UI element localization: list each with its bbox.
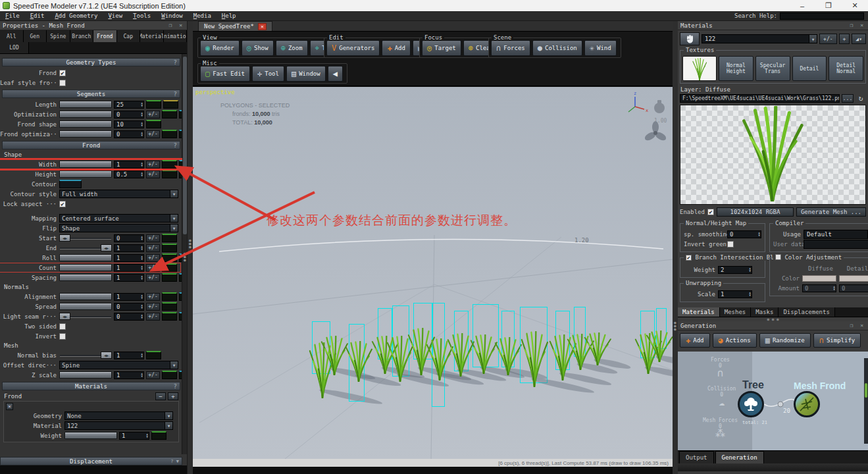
- spinner-icons[interactable]: ▲▼: [141, 112, 143, 117]
- curve-thumbnail[interactable]: [162, 160, 177, 169]
- tree-node[interactable]: [738, 391, 764, 417]
- variance-button[interactable]: +/-: [146, 161, 160, 169]
- count-input[interactable]: 1▲▼: [114, 264, 144, 272]
- frond-shape-input[interactable]: 10▲▼: [114, 120, 144, 128]
- curve-thumbnail[interactable]: [162, 244, 177, 252]
- menu-help[interactable]: Help: [217, 13, 242, 19]
- invert-checkbox[interactable]: [59, 333, 66, 340]
- count-slider[interactable]: [59, 264, 112, 271]
- forces-button[interactable]: ∩Forces: [491, 40, 530, 56]
- detail-color-swatch[interactable]: [839, 275, 868, 282]
- curve-thumbnail[interactable]: [162, 234, 177, 242]
- tool-button[interactable]: ✛Tool: [252, 66, 284, 82]
- weight-input[interactable]: 1▲▼: [119, 432, 149, 440]
- tab-close-icon[interactable]: ✕: [258, 23, 267, 30]
- bib-weight-input[interactable]: 2▲▼: [718, 266, 752, 274]
- spinner-icons[interactable]: ▲▼: [141, 255, 143, 261]
- spinner-icons[interactable]: ▲▼: [141, 236, 143, 241]
- diffuse-color-swatch[interactable]: [802, 275, 836, 282]
- curve-thumbnail[interactable]: [163, 100, 178, 109]
- texture-diffuse-thumbnail[interactable]: [682, 56, 717, 81]
- flip-select[interactable]: Shape▼: [59, 224, 178, 232]
- roll-input[interactable]: 1▲▼: [114, 254, 144, 262]
- variance-button[interactable]: +/-: [146, 171, 160, 178]
- end-input[interactable]: 1▲▼: [114, 244, 144, 252]
- variance-button[interactable]: +/-: [146, 293, 160, 301]
- contour-button[interactable]: [59, 180, 82, 188]
- curve-thumbnail[interactable]: [162, 273, 177, 282]
- width-input[interactable]: 1▲▼: [114, 161, 144, 169]
- add-button[interactable]: ✚Add: [680, 333, 710, 348]
- unwrap-scale-input[interactable]: 1▲▼: [718, 290, 752, 298]
- start-slider[interactable]: ◀▶: [59, 234, 112, 242]
- curve-thumbnail[interactable]: [146, 351, 161, 359]
- start-input[interactable]: 0▲▼: [114, 234, 144, 242]
- curve-thumbnail[interactable]: [162, 263, 177, 272]
- normal-bias-slider[interactable]: ◀▶: [59, 352, 112, 359]
- variance-button[interactable]: +/-: [146, 371, 160, 379]
- frond-shape-slider[interactable]: [59, 120, 112, 128]
- curve-thumbnail[interactable]: [146, 120, 161, 128]
- user-data-input[interactable]: [804, 240, 868, 249]
- menu-media[interactable]: Media: [188, 13, 217, 19]
- optimization-input[interactable]: 0▲▼: [114, 111, 144, 118]
- variance-button[interactable]: +/-: [146, 254, 160, 262]
- window-button[interactable]: ▤Window: [286, 66, 326, 82]
- zoom-button[interactable]: ⊕Zoom: [276, 40, 308, 56]
- variance-button[interactable]: +/-: [146, 274, 160, 282]
- spinner-icons[interactable]: ▲▼: [141, 275, 143, 280]
- menu-add-geometry[interactable]: Add Geometry: [49, 13, 103, 19]
- simplify-button[interactable]: ∩Simplify: [813, 333, 861, 348]
- menu-edit[interactable]: Edit: [25, 13, 50, 19]
- spinner-icons[interactable]: ▲▼: [146, 433, 149, 438]
- optimization-slider[interactable]: [59, 111, 112, 118]
- tab-meshes[interactable]: Meshes: [720, 307, 752, 317]
- spinner-icons[interactable]: ▲▼: [141, 246, 143, 251]
- spinner-icons[interactable]: ▲▼: [141, 373, 143, 378]
- curve-thumbnail[interactable]: [162, 312, 177, 321]
- spinner-icons[interactable]: ▲▼: [141, 102, 143, 107]
- spinner-icons[interactable]: ▲▼: [141, 265, 143, 271]
- render-button[interactable]: ◉Render: [200, 40, 240, 56]
- frond-checkbox[interactable]: ✔: [59, 70, 66, 76]
- material-add-button[interactable]: +: [839, 34, 850, 44]
- properties-scrollbar[interactable]: ●●●: [182, 54, 187, 454]
- curve-thumbnail[interactable]: [179, 160, 182, 169]
- slider-handle[interactable]: ◀▶: [59, 234, 70, 242]
- roll-slider[interactable]: [59, 254, 112, 261]
- browse-button[interactable]: ...: [842, 94, 854, 103]
- weight-slider[interactable]: [64, 432, 117, 439]
- spinner-icons[interactable]: ▲▼: [141, 122, 143, 127]
- menu-tools[interactable]: Tools: [128, 13, 156, 19]
- width-slider[interactable]: [59, 161, 112, 168]
- material-pm-button[interactable]: +/-: [819, 34, 836, 44]
- detail-amount-input[interactable]: 0▲▼: [839, 284, 868, 292]
- tab-material[interactable]: Material: [140, 30, 164, 42]
- material-select[interactable]: 122▼: [64, 421, 173, 430]
- menu-file[interactable]: File: [0, 13, 25, 19]
- normal-bias-input[interactable]: 1▲▼: [114, 352, 144, 359]
- enabled-checkbox[interactable]: ✔: [707, 209, 714, 215]
- menu-window[interactable]: Window: [156, 13, 188, 19]
- tab-spine[interactable]: Spine: [47, 30, 70, 42]
- graph-scrollbar[interactable]: [864, 358, 868, 444]
- randomize-button[interactable]: ▦Randomize: [759, 333, 811, 348]
- leaf-style-fro-checkbox[interactable]: [59, 80, 66, 86]
- maximize-button[interactable]: ❐: [815, 0, 842, 11]
- spread-slider[interactable]: [59, 303, 112, 310]
- mapping-select[interactable]: Centered surface▼: [59, 214, 178, 223]
- generate-mesh-button[interactable]: Generate Mesh ...: [796, 207, 866, 217]
- texture-path-input[interactable]: F:\SpeedtreeXM\UE4sucai\UE4sucai\Work\Gr…: [680, 94, 840, 103]
- curve-thumbnail[interactable]: [162, 253, 177, 262]
- curve-thumbnail[interactable]: [151, 431, 166, 440]
- panel-float-close-icons[interactable]: ❐ ✕: [850, 323, 865, 329]
- curve-thumbnail[interactable]: [162, 371, 177, 379]
- spinner-icons[interactable]: ▲▼: [141, 172, 143, 177]
- fast-edit-button[interactable]: ▢Fast Edit: [200, 66, 250, 82]
- two-sided-checkbox[interactable]: [59, 323, 66, 330]
- section-frond[interactable]: Frond?: [2, 141, 180, 149]
- show-button[interactable]: ◎Show: [242, 40, 274, 56]
- spacing-input[interactable]: 1▲▼: [114, 274, 144, 282]
- texture-slot-normal-height[interactable]: Normal Height: [719, 56, 753, 81]
- tab-branch[interactable]: Branch: [70, 30, 94, 42]
